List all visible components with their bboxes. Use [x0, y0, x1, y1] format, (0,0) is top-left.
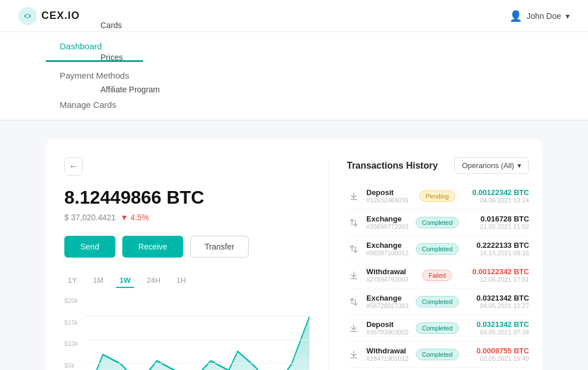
tx-type: Exchange [366, 294, 408, 302]
tab-dashboard[interactable]: Dashboard [46, 32, 143, 62]
tx-amount-value: 0.00122342 BTC [466, 188, 529, 197]
tx-date: 04.05.2021 12:27 [466, 302, 529, 309]
tx-amount: 0.0008755 BTC 02.05.2021 19:49 [466, 346, 529, 362]
tx-status: Completed [414, 322, 460, 334]
tx-amount-value: 0.016728 BTC [466, 215, 529, 223]
tx-date: 02.05.2021 19:49 [466, 355, 529, 362]
nav-item-finance[interactable]: Finance [94, 0, 167, 9]
status-badge: Completed [416, 349, 459, 360]
tx-status: Completed [414, 243, 460, 255]
back-button[interactable]: ← [64, 157, 83, 176]
tx-type-icon [347, 348, 361, 361]
tx-info: Exchange #35699772003 [366, 215, 408, 230]
svg-point-1 [26, 14, 29, 18]
user-icon: 👤 [509, 10, 522, 22]
tx-info: Exchange #56720027383 [366, 294, 408, 309]
transaction-row[interactable]: Exchange #12632469039 Failed 0.0018321 B… [347, 368, 529, 370]
tx-type-icon [347, 268, 361, 282]
tabs-container: DashboardPayment MethodsManage Cards [46, 32, 143, 120]
transaction-row[interactable]: Deposit #12632469039 Pending 0.00122342 … [347, 183, 529, 209]
status-badge: Pending [419, 190, 455, 202]
chart-labels: $20k$15k$10k$5k$1k$0 [64, 297, 83, 370]
tx-type: Deposit [366, 188, 408, 197]
tx-info: Exchange #98287100012 [366, 241, 408, 256]
svg-rect-7 [350, 199, 357, 200]
user-chevron: ▾ [566, 11, 570, 21]
status-badge: Failed [422, 270, 452, 281]
transactions-list: Deposit #12632469039 Pending 0.00122342 … [347, 183, 529, 370]
ops-filter-button[interactable]: Operarions (All) ▾ [454, 157, 529, 174]
tx-type-icon [347, 189, 361, 203]
transfer-button[interactable]: Transfer [190, 236, 249, 258]
logo[interactable]: CEX.IO [18, 7, 80, 25]
tx-type: Exchange [366, 241, 408, 250]
time-filter-24h[interactable]: 24H [143, 274, 164, 288]
time-filters: 1Y1M1W24H1H [64, 274, 310, 288]
time-filter-1m[interactable]: 1M [90, 274, 107, 288]
tx-type: Exchange [366, 215, 408, 223]
transaction-row[interactable]: Withdrawal #28471901012 Completed 0.0008… [347, 341, 529, 368]
dashboard-card: ← 8.12449866 BTC $ 37,020.4421 ▼ 4.5% Se… [46, 139, 542, 370]
chart-label: $20k [64, 297, 78, 304]
chart-label: $15k [64, 319, 78, 326]
tx-id: #27894792003 [366, 276, 408, 283]
balance-usd: $ 37,020.4421 ▼ 4.5% [64, 213, 310, 222]
transaction-row[interactable]: Deposit #36783903002 Completed 0.0321342… [347, 315, 529, 341]
tx-id: #56720027383 [366, 302, 408, 309]
transaction-row[interactable]: Withdrawal #27894792003 Failed 0.0012234… [347, 262, 529, 289]
tx-date: 16.15.2021 09:16 [466, 250, 529, 256]
tab-manage-cards[interactable]: Manage Cards [46, 91, 143, 120]
logo-icon [18, 7, 37, 25]
svg-rect-9 [350, 331, 357, 332]
tx-date: 04.06.2021 13:24 [466, 197, 529, 204]
tx-info: Deposit #12632469039 [366, 188, 408, 204]
tx-date: 04.05.2021 07:34 [466, 329, 529, 336]
tx-type: Deposit [366, 320, 408, 329]
tx-amount: 0.0321342 BTC 04.05.2021 12:27 [466, 294, 529, 309]
action-buttons: Send Receive Transfer [64, 236, 310, 258]
status-badge: Completed [416, 217, 459, 228]
tx-type: Withdrawal [366, 346, 408, 355]
ops-filter-label: Operarions (All) [462, 161, 514, 170]
transaction-row[interactable]: Exchange #35699772003 Completed 0.016728… [347, 209, 529, 236]
tx-date: 12.05.2021 17:51 [466, 276, 529, 283]
transaction-row[interactable]: Exchange #98287100012 Completed 0.222213… [347, 236, 529, 262]
tx-type-icon [347, 216, 361, 229]
tx-amount: 0.00122342 BTC 12.05.2021 17:51 [466, 267, 529, 283]
tx-id: #12632469039 [366, 197, 408, 204]
receive-button[interactable]: Receive [122, 236, 184, 258]
tx-type-icon [347, 242, 361, 256]
balance-amount: 8.12449866 BTC [64, 187, 310, 208]
chart-fill [85, 316, 310, 370]
tx-amount-value: 0.0321342 BTC [466, 294, 529, 302]
svg-rect-10 [350, 357, 357, 359]
tx-info: Withdrawal #28471901012 [366, 346, 408, 362]
tx-status: Completed [414, 217, 460, 228]
main-content: ← 8.12449866 BTC $ 37,020.4421 ▼ 4.5% Se… [0, 120, 588, 370]
transaction-row[interactable]: Exchange #56720027383 Completed 0.032134… [347, 289, 529, 315]
tab-payment-methods[interactable]: Payment Methods [46, 61, 143, 91]
tx-amount: 0.00122342 BTC 04.06.2021 13:24 [466, 188, 529, 204]
tx-id: #35699772003 [366, 223, 408, 230]
tx-date: 21.05.2021 11:02 [466, 223, 529, 230]
chart-label: $10k [64, 340, 78, 347]
tx-type: Withdrawal [366, 267, 408, 276]
tx-status: Pending [414, 190, 460, 202]
tx-amount: 0.016728 BTC 21.05.2021 11:02 [466, 215, 529, 230]
user-name: John Doe [527, 11, 561, 21]
tx-info: Withdrawal #27894792003 [366, 267, 408, 283]
status-badge: Completed [416, 296, 459, 307]
tx-id: #98287100012 [366, 250, 408, 256]
tx-type-icon [347, 321, 361, 335]
chart-svg [85, 297, 310, 370]
send-button[interactable]: Send [64, 236, 115, 258]
tx-type-icon [347, 295, 361, 309]
time-filter-1y[interactable]: 1Y [64, 274, 80, 288]
time-filter-1w[interactable]: 1W [116, 274, 134, 288]
left-panel: ← 8.12449866 BTC $ 37,020.4421 ▼ 4.5% Se… [64, 157, 328, 370]
transactions-header: Transactions History Operarions (All) ▾ [347, 157, 529, 174]
ops-filter-chevron: ▾ [517, 161, 521, 170]
tabs-bar: DashboardPayment MethodsManage Cards [0, 32, 588, 120]
user-menu[interactable]: 👤 John Doe ▾ [509, 10, 570, 22]
time-filter-1h[interactable]: 1H [173, 274, 189, 288]
